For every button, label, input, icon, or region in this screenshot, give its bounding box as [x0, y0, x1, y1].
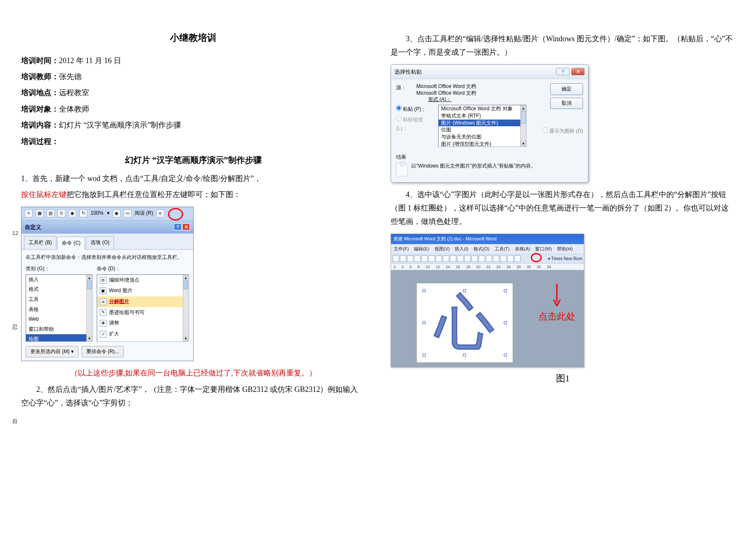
modify-selection-button[interactable]: 更改所选内容 (M) ▾: [26, 346, 78, 358]
toolbar-icon[interactable]: [514, 256, 521, 262]
resize-handle[interactable]: [423, 321, 426, 324]
cancel-button[interactable]: 取消: [550, 98, 583, 109]
tb-icon[interactable]: ◉: [69, 210, 76, 217]
category-item[interactable]: 格式: [26, 285, 92, 295]
rearrange-commands-button[interactable]: 重排命令 (R)...: [82, 346, 124, 358]
zoom-value[interactable]: 100%: [91, 209, 104, 218]
resize-handle[interactable]: [463, 354, 466, 357]
resize-handle[interactable]: [504, 321, 507, 324]
format-item[interactable]: 带格式文本 (RTF): [439, 112, 526, 120]
scroll-up-icon[interactable]: ▴: [521, 105, 526, 111]
category-item[interactable]: 绘图: [26, 334, 92, 341]
resize-handle[interactable]: [504, 354, 507, 357]
toolbar-icon[interactable]: [443, 256, 449, 262]
scroll-down-icon[interactable]: ▾: [183, 335, 189, 341]
menu-item[interactable]: 编辑(E): [414, 245, 429, 253]
command-item[interactable]: ⧉编辑环绕顶点: [97, 275, 189, 286]
resize-handle[interactable]: [423, 289, 426, 292]
scrollbar[interactable]: ▴ ▾: [183, 275, 189, 341]
scrollbar[interactable]: ▴ ▾: [86, 275, 92, 341]
radio-paste[interactable]: 粘贴 (P)：: [396, 105, 434, 114]
tb-icon[interactable]: ▥: [47, 210, 54, 217]
menu-item[interactable]: 工具(T): [495, 245, 510, 253]
toolbar-icon[interactable]: [457, 256, 463, 262]
format-item[interactable]: 图片 (增强型图元文件): [439, 141, 526, 147]
scroll-down-icon[interactable]: ▾: [521, 141, 526, 146]
toolbar-icon[interactable]: [414, 256, 421, 262]
tab-toolbars[interactable]: 工具栏 (B): [24, 236, 56, 249]
toolbar-icon[interactable]: [436, 256, 442, 262]
scroll-thumb[interactable]: [521, 111, 526, 124]
help-button[interactable]: ?: [556, 68, 570, 75]
command-item[interactable]: ⧈分解图片: [97, 296, 189, 307]
menu-item[interactable]: 格式(O): [474, 245, 490, 253]
toolbar-icon[interactable]: [493, 256, 499, 262]
format-listbox[interactable]: Microsoft Office Word 文档 对象带格式文本 (RTF)图片…: [438, 105, 527, 147]
tab-options[interactable]: 选项 (O): [86, 236, 114, 249]
toolbar-icon[interactable]: [407, 256, 413, 262]
menu-item[interactable]: 文件(F): [394, 245, 409, 253]
scroll-up-icon[interactable]: ▴: [183, 275, 189, 281]
toolbar-icon[interactable]: [421, 256, 428, 262]
toolbar-icon[interactable]: [429, 256, 435, 262]
category-item[interactable]: 表格: [26, 305, 92, 315]
ruler-tick: 30: [527, 264, 531, 270]
category-item[interactable]: Web: [26, 314, 92, 325]
scroll-down-icon[interactable]: ▾: [87, 335, 92, 341]
scroll-up-icon[interactable]: ▴: [87, 275, 92, 281]
tb-icon[interactable]: ◉: [113, 210, 120, 217]
close-button[interactable]: ✕: [182, 224, 190, 230]
tb-icon[interactable]: ≡: [25, 210, 32, 217]
category-item[interactable]: 工具: [26, 295, 92, 305]
category-listbox[interactable]: 插入格式工具表格Web窗口和帮助绘图自选图形边框邮件合并窗体 ▴ ▾: [26, 274, 93, 342]
tb-icon[interactable]: ⎘: [58, 210, 65, 217]
toolbar-icon[interactable]: [471, 256, 478, 262]
category-item[interactable]: 插入: [26, 275, 92, 285]
scrollbar[interactable]: ▴ ▾: [520, 105, 526, 146]
toolbar-icon[interactable]: [479, 256, 485, 262]
read-mode-button[interactable]: 阅读 (R): [135, 209, 153, 218]
menu-item[interactable]: 表格(A): [515, 245, 530, 253]
toolbar-icon[interactable]: [486, 256, 492, 262]
format-item[interactable]: 与设备无关的位图: [439, 133, 526, 141]
category-item[interactable]: 窗口和帮助: [26, 325, 92, 335]
toolbar-icon[interactable]: [464, 256, 471, 262]
close-button[interactable]: ✕: [571, 68, 585, 75]
command-item[interactable]: ✥调整: [97, 318, 189, 329]
resize-handle[interactable]: [504, 289, 507, 292]
toolbar-icon[interactable]: [500, 256, 506, 262]
command-item[interactable]: ✎墨迹绘图与书写: [97, 307, 189, 318]
selection-rect[interactable]: [424, 291, 505, 355]
help-button[interactable]: ?: [174, 224, 181, 230]
format-item[interactable]: Microsoft Office Word 文档 对象: [439, 105, 526, 112]
tb-icon[interactable]: ↻: [80, 210, 87, 217]
tb-icon[interactable]: ▭: [124, 210, 131, 217]
zoom-dropdown-icon[interactable]: ▾: [107, 209, 109, 218]
menu-item[interactable]: 插入(I): [455, 245, 468, 253]
radio-paste-input[interactable]: [396, 105, 402, 111]
show-as-icon-checkbox[interactable]: 显示为图标 (D): [543, 127, 583, 136]
command-item[interactable]: ▣Word 图片: [97, 285, 189, 296]
command-item[interactable]: ⤢扩大: [97, 329, 189, 340]
menu-item[interactable]: 窗口(W): [535, 245, 552, 253]
resize-handle[interactable]: [463, 289, 466, 292]
format-item[interactable]: 位图: [439, 126, 526, 133]
tab-commands[interactable]: 命令 (C): [57, 237, 85, 250]
scroll-thumb[interactable]: [87, 281, 92, 289]
scroll-thumb[interactable]: [184, 281, 188, 289]
tb-icon[interactable]: ▦: [36, 210, 43, 217]
ok-button[interactable]: 确定: [550, 83, 583, 95]
disassemble-picture-icon[interactable]: [507, 256, 514, 262]
format-item[interactable]: 图片 (Windows 图元文件): [439, 120, 526, 127]
radio-paste-link[interactable]: 粘贴链接 (L)：: [396, 115, 434, 133]
disassemble-picture-icon[interactable]: ⧈: [157, 210, 164, 217]
menu-item[interactable]: 帮助(H): [557, 245, 572, 253]
font-selector[interactable]: ▾ Times New Rom: [548, 255, 582, 263]
meta-process-label: 培训过程：: [21, 137, 59, 146]
toolbar-icon[interactable]: [393, 256, 399, 262]
command-listbox[interactable]: ⧉编辑环绕顶点▣Word 图片⧈分解图片✎墨迹绘图与书写✥调整⤢扩大 ▴ ▾: [97, 274, 189, 342]
menu-item[interactable]: 视图(V): [434, 245, 450, 253]
resize-handle[interactable]: [423, 354, 426, 357]
toolbar-icon[interactable]: [450, 256, 456, 262]
toolbar-icon[interactable]: [400, 256, 406, 262]
